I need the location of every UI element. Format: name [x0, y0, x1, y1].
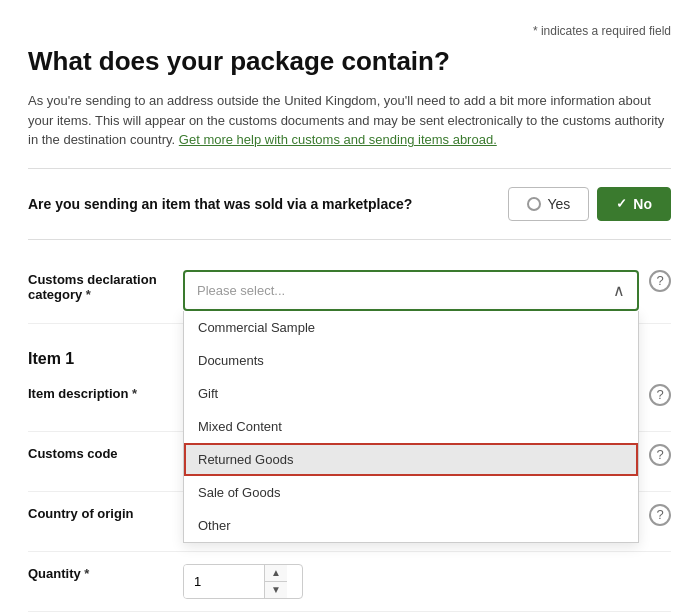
divider-2: [28, 239, 671, 240]
no-button[interactable]: ✓ No: [597, 187, 671, 221]
dropdown-item-commercial-sample[interactable]: Commercial Sample: [184, 311, 638, 344]
item-description-help-icon[interactable]: ?: [649, 384, 671, 406]
yes-label: Yes: [547, 196, 570, 212]
form-section: Customs declaration category * Please se…: [28, 258, 671, 616]
customs-help-link[interactable]: Get more help with customs and sending i…: [179, 132, 497, 147]
dropdown-item-other[interactable]: Other: [184, 509, 638, 542]
page-title: What does your package contain?: [28, 46, 671, 77]
country-of-origin-label: Country of origin: [28, 504, 183, 521]
item-weight-row: Item weight * ▲ ▼ ✓ Grams: [28, 612, 671, 616]
customs-category-label: Customs declaration category *: [28, 270, 183, 302]
marketplace-question: Are you sending an item that was sold vi…: [28, 196, 508, 212]
quantity-up-button[interactable]: ▲: [265, 565, 287, 582]
dropdown-item-documents[interactable]: Documents: [184, 344, 638, 377]
select-placeholder: Please select...: [197, 283, 285, 298]
country-of-origin-help-icon[interactable]: ?: [649, 504, 671, 526]
no-check-icon: ✓: [616, 196, 627, 211]
page-container: * indicates a required field What does y…: [0, 0, 699, 615]
dropdown-item-gift[interactable]: Gift: [184, 377, 638, 410]
dropdown-menu: Commercial Sample Documents Gift Mixed C…: [183, 311, 639, 543]
customs-code-help-icon[interactable]: ?: [649, 444, 671, 466]
divider-1: [28, 168, 671, 169]
required-note: * indicates a required field: [28, 24, 671, 38]
quantity-row: Quantity * ▲ ▼: [28, 552, 671, 612]
marketplace-row: Are you sending an item that was sold vi…: [28, 187, 671, 221]
customs-code-label: Customs code: [28, 444, 183, 461]
quantity-input[interactable]: [184, 565, 264, 598]
no-label: No: [633, 196, 652, 212]
dropdown-item-returned-goods[interactable]: Returned Goods: [184, 443, 638, 476]
quantity-input-wrap: ▲ ▼: [183, 564, 303, 599]
page-description: As you're sending to an address outside …: [28, 91, 671, 150]
marketplace-buttons: Yes ✓ No: [508, 187, 671, 221]
customs-category-select[interactable]: Please select... ∧: [183, 270, 639, 311]
dropdown-item-sale-of-goods[interactable]: Sale of Goods: [184, 476, 638, 509]
customs-category-control: Please select... ∧ Commercial Sample Doc…: [183, 270, 639, 311]
quantity-control: ▲ ▼: [183, 564, 639, 599]
dropdown-item-mixed-content[interactable]: Mixed Content: [184, 410, 638, 443]
item-description-label: Item description *: [28, 384, 183, 401]
quantity-spinner: ▲ ▼: [264, 565, 287, 598]
customs-category-row: Customs declaration category * Please se…: [28, 258, 671, 324]
quantity-down-button[interactable]: ▼: [265, 582, 287, 598]
yes-button[interactable]: Yes: [508, 187, 589, 221]
item-section-title: Item 1: [28, 336, 74, 372]
chevron-up-icon: ∧: [613, 281, 625, 300]
yes-radio-icon: [527, 197, 541, 211]
customs-category-help-icon[interactable]: ?: [649, 270, 671, 292]
quantity-label: Quantity *: [28, 564, 183, 581]
